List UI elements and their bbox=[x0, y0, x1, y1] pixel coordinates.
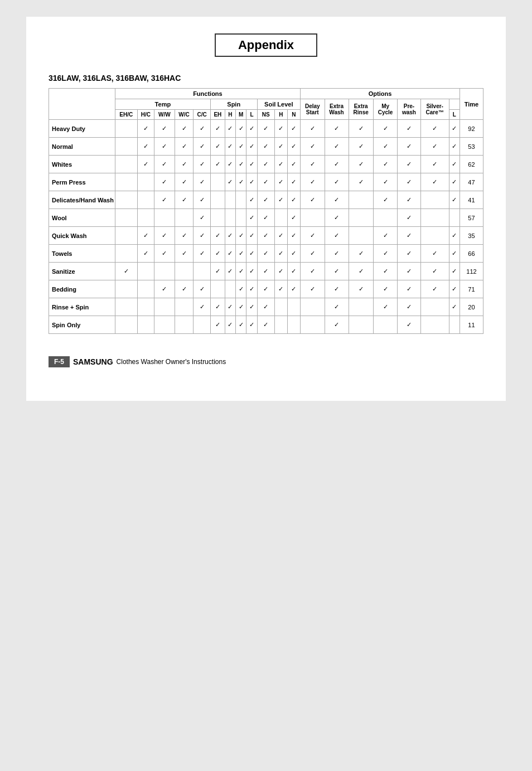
cell bbox=[137, 263, 154, 280]
cell bbox=[236, 191, 246, 209]
cell: ✓ bbox=[175, 173, 194, 191]
time-cell: 71 bbox=[460, 280, 483, 298]
cell: ✓ bbox=[257, 316, 274, 334]
cell: ✓ bbox=[420, 280, 449, 298]
cell: ✓ bbox=[300, 173, 325, 191]
cell: ✓ bbox=[236, 298, 246, 316]
row-label: Quick Wash bbox=[49, 227, 115, 245]
time-header: Time bbox=[460, 89, 483, 120]
cell: ✓ bbox=[175, 138, 194, 156]
cell: ✓ bbox=[274, 245, 287, 263]
col-h: H bbox=[225, 110, 235, 120]
cell: ✓ bbox=[300, 245, 325, 263]
col-hc: H/C bbox=[137, 110, 154, 120]
cell: ✓ bbox=[210, 156, 225, 173]
cell: ✓ bbox=[287, 227, 300, 245]
cell bbox=[154, 263, 175, 280]
footer-brand: SAMSUNG bbox=[73, 357, 113, 366]
cell: ✓ bbox=[274, 138, 287, 156]
cell: ✓ bbox=[449, 263, 460, 280]
cell bbox=[349, 209, 373, 227]
cell: ✓ bbox=[236, 280, 246, 298]
cell bbox=[137, 191, 154, 209]
cell: ✓ bbox=[300, 280, 325, 298]
cell bbox=[274, 209, 287, 227]
cell bbox=[420, 209, 449, 227]
cell: ✓ bbox=[420, 120, 449, 138]
cell: ✓ bbox=[236, 227, 246, 245]
cell: ✓ bbox=[325, 245, 349, 263]
cell: ✓ bbox=[398, 227, 420, 245]
cell bbox=[349, 316, 373, 334]
cell: ✓ bbox=[257, 191, 274, 209]
row-label: Bedding bbox=[49, 280, 115, 298]
col-soil-l: L bbox=[449, 110, 460, 120]
col-ns: NS bbox=[257, 110, 274, 120]
cell: ✓ bbox=[449, 245, 460, 263]
cell: ✓ bbox=[373, 138, 398, 156]
functions-group-header: Functions bbox=[115, 89, 300, 99]
cell: ✓ bbox=[325, 298, 349, 316]
cell bbox=[115, 209, 137, 227]
pre-wash-header: Pre-wash bbox=[398, 99, 420, 120]
cell: ✓ bbox=[398, 191, 420, 209]
col-wc: W/C bbox=[175, 110, 194, 120]
delay-start-header: DelayStart bbox=[300, 99, 325, 120]
cell bbox=[115, 138, 137, 156]
cell bbox=[154, 316, 175, 334]
cell bbox=[115, 227, 137, 245]
cell: ✓ bbox=[325, 209, 349, 227]
cell: ✓ bbox=[287, 263, 300, 280]
cell bbox=[420, 316, 449, 334]
col-soil-h: H bbox=[274, 110, 287, 120]
time-cell: 41 bbox=[460, 191, 483, 209]
cell: ✓ bbox=[373, 263, 398, 280]
cell: ✓ bbox=[194, 138, 211, 156]
cell: ✓ bbox=[246, 227, 257, 245]
col-m: M bbox=[236, 110, 246, 120]
page-title: Appendix bbox=[215, 33, 317, 57]
cell: ✓ bbox=[154, 245, 175, 263]
cell: ✓ bbox=[449, 280, 460, 298]
cell: ✓ bbox=[325, 138, 349, 156]
cell: ✓ bbox=[420, 138, 449, 156]
cell: ✓ bbox=[175, 156, 194, 173]
cell: ✓ bbox=[373, 173, 398, 191]
table-row: Sanitize✓✓✓✓✓✓✓✓✓✓✓✓✓✓✓112 bbox=[49, 263, 483, 280]
cell bbox=[300, 209, 325, 227]
spin-header: Spin bbox=[210, 99, 257, 110]
cell: ✓ bbox=[398, 173, 420, 191]
cell: ✓ bbox=[210, 298, 225, 316]
cell bbox=[449, 209, 460, 227]
cell: ✓ bbox=[225, 245, 235, 263]
functions-table: Functions Options Time Temp Spin Soil Le… bbox=[49, 88, 483, 334]
cell: ✓ bbox=[300, 138, 325, 156]
cell: ✓ bbox=[349, 245, 373, 263]
cell: ✓ bbox=[349, 263, 373, 280]
cell bbox=[274, 298, 287, 316]
cell: ✓ bbox=[225, 227, 235, 245]
time-cell: 62 bbox=[460, 156, 483, 173]
extra-wash-header: ExtraWash bbox=[325, 99, 349, 120]
cell: ✓ bbox=[287, 120, 300, 138]
cell bbox=[210, 209, 225, 227]
cell: ✓ bbox=[274, 120, 287, 138]
cell bbox=[175, 209, 194, 227]
cell: ✓ bbox=[246, 191, 257, 209]
cell bbox=[137, 316, 154, 334]
table-row: Spin Only✓✓✓✓✓✓✓11 bbox=[49, 316, 483, 334]
my-cycle-header: MyCycle bbox=[373, 99, 398, 120]
cell: ✓ bbox=[137, 138, 154, 156]
cell: ✓ bbox=[349, 280, 373, 298]
cell bbox=[225, 280, 235, 298]
cell: ✓ bbox=[210, 120, 225, 138]
cell: ✓ bbox=[154, 227, 175, 245]
cell: ✓ bbox=[398, 138, 420, 156]
cell: ✓ bbox=[449, 191, 460, 209]
cell: ✓ bbox=[420, 156, 449, 173]
cell: ✓ bbox=[398, 263, 420, 280]
cell: ✓ bbox=[420, 173, 449, 191]
cell bbox=[287, 298, 300, 316]
cell bbox=[137, 280, 154, 298]
cell: ✓ bbox=[449, 227, 460, 245]
